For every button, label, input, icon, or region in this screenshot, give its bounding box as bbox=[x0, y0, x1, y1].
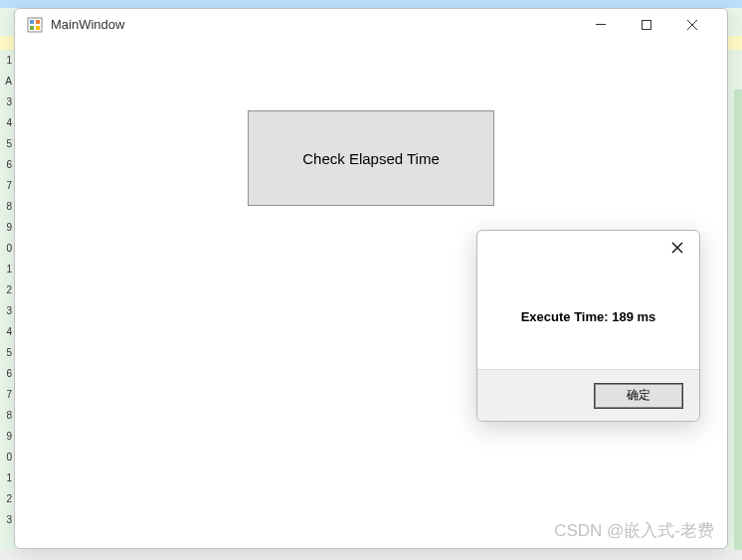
dialog-titlebar[interactable] bbox=[477, 231, 699, 265]
check-elapsed-time-button[interactable]: Check Elapsed Time bbox=[248, 110, 494, 206]
window-controls bbox=[578, 10, 715, 40]
close-button[interactable] bbox=[669, 10, 715, 40]
ok-button[interactable]: 确定 bbox=[594, 383, 683, 409]
svg-rect-5 bbox=[596, 24, 606, 25]
svg-rect-1 bbox=[30, 20, 34, 24]
bg-row-number: 1 bbox=[0, 50, 12, 71]
bg-row-number: 2 bbox=[0, 280, 12, 300]
bg-header-blue bbox=[0, 0, 742, 8]
bg-row-number: 6 bbox=[0, 154, 12, 175]
window-content: Check Elapsed Time bbox=[15, 41, 727, 206]
dialog-message: Execute Time: 189 ms bbox=[477, 265, 699, 369]
watermark-text: CSDN @嵌入式-老费 bbox=[554, 519, 714, 542]
svg-rect-6 bbox=[643, 20, 651, 29]
bg-bottom-bar bbox=[0, 550, 742, 560]
bg-row-number: 0 bbox=[0, 447, 12, 467]
bg-row-number: 8 bbox=[0, 405, 12, 426]
app-icon bbox=[27, 17, 43, 33]
bg-row-number: 9 bbox=[0, 426, 12, 447]
svg-rect-4 bbox=[36, 26, 40, 30]
bg-row-number: 8 bbox=[0, 196, 12, 217]
bg-right-column bbox=[734, 90, 742, 550]
dialog-close-button[interactable] bbox=[667, 238, 687, 258]
bg-row-number: 6 bbox=[0, 363, 12, 384]
bg-row-number: 5 bbox=[0, 342, 12, 363]
bg-row-number: 1 bbox=[0, 259, 12, 280]
minimize-button[interactable] bbox=[578, 10, 624, 40]
titlebar[interactable]: MainWindow bbox=[15, 9, 727, 41]
bg-row-numbers: 1A345678901234567890123 bbox=[0, 50, 14, 550]
bg-row-number: 0 bbox=[0, 238, 12, 259]
bg-row-number: 3 bbox=[0, 92, 12, 112]
bg-row-number: 7 bbox=[0, 384, 12, 405]
bg-row-number: 4 bbox=[0, 112, 12, 133]
dialog-footer: 确定 bbox=[477, 369, 699, 421]
bg-row-number: 7 bbox=[0, 175, 12, 196]
bg-row-number: 3 bbox=[0, 300, 12, 321]
svg-rect-2 bbox=[36, 20, 40, 24]
bg-row-number: 4 bbox=[0, 321, 12, 342]
bg-row-number: 3 bbox=[0, 509, 12, 530]
svg-rect-3 bbox=[30, 26, 34, 30]
bg-row-number: 9 bbox=[0, 217, 12, 238]
window-title: MainWindow bbox=[51, 17, 578, 32]
bg-row-number: 1 bbox=[0, 467, 12, 488]
bg-row-number: 5 bbox=[0, 133, 12, 154]
bg-row-number: A bbox=[0, 71, 12, 92]
message-box: Execute Time: 189 ms 确定 bbox=[476, 230, 700, 422]
maximize-button[interactable] bbox=[624, 10, 669, 40]
bg-row-number: 2 bbox=[0, 488, 12, 509]
